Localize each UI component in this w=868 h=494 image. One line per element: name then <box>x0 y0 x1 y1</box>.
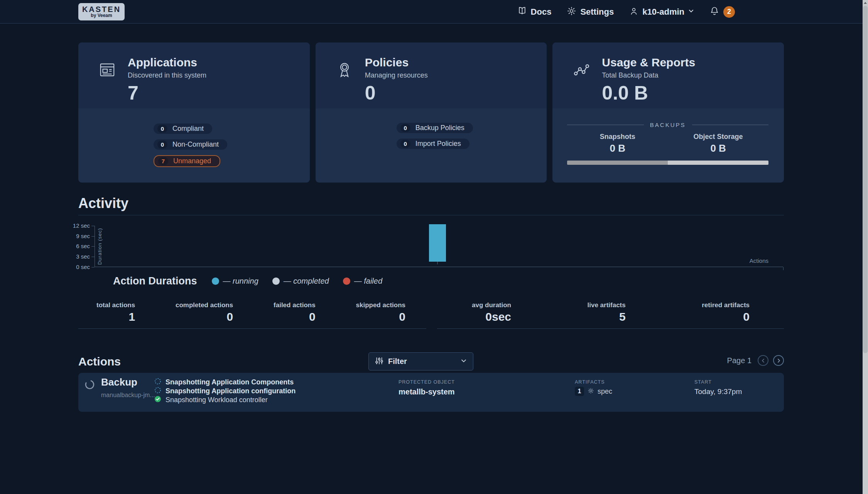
snapshots-metric: Snapshots 0 B <box>567 133 668 154</box>
import-policies-badge[interactable]: 0 Import Policies <box>397 139 469 149</box>
ytick-6: 6 sec <box>68 243 90 250</box>
scatter-chart-icon <box>572 61 590 79</box>
unmanaged-label: Unmanaged <box>173 157 211 165</box>
non-compliant-label: Non-Compliant <box>172 140 219 149</box>
logo-title: KASTEN <box>82 5 121 13</box>
app-window-icon <box>98 61 116 79</box>
object-storage-label: Object Storage <box>668 133 768 141</box>
stat-skipped-actions: skipped actions 0 <box>356 301 405 328</box>
stat-failed-actions: failed actions 0 <box>274 301 316 328</box>
chart-legend: Action Durations — running — completed —… <box>113 275 382 287</box>
ribbon-icon <box>336 61 353 79</box>
legend-running: — running <box>212 277 258 286</box>
nav-user-menu[interactable]: k10-admin <box>629 7 694 17</box>
kasten-logo[interactable]: KASTEN by Veeam <box>78 3 125 20</box>
logo-subtitle: by Veeam <box>91 13 112 18</box>
ytick-9: 9 sec <box>68 233 90 240</box>
backups-section-label: BACKUPS <box>650 122 686 128</box>
chart-plot-area <box>95 226 783 267</box>
action-task-list: Snapshotting Application Components Snap… <box>154 379 296 403</box>
protected-object-column: PROTECTED OBJECT metallb-system <box>399 379 455 396</box>
page-indicator: Page 1 <box>727 356 751 365</box>
usage-subtitle: Total Backup Data <box>602 71 695 80</box>
artifacts-kind: spec <box>598 387 612 396</box>
unmanaged-count: 7 <box>158 157 168 165</box>
stat-completed-actions: completed actions 0 <box>176 301 233 328</box>
start-column: START Today, 9:37pm <box>694 379 742 396</box>
k10-dashboard: KASTEN by Veeam Docs Settings k10-admi <box>0 0 868 494</box>
backup-policies-badge[interactable]: 0 Backup Policies <box>397 123 473 133</box>
ytick-12: 12 sec <box>68 222 90 229</box>
backup-policies-count: 0 <box>400 124 410 132</box>
chart-bar <box>429 224 446 262</box>
compliant-badge[interactable]: 0 Compliant <box>154 124 212 134</box>
artifact-stats-group: avg duration 0sec live artifacts 5 retir… <box>437 301 784 329</box>
stat-avg-duration: avg duration 0sec <box>472 301 511 328</box>
failed-dot-icon <box>343 277 350 285</box>
next-page-button[interactable] <box>773 355 784 366</box>
user-icon <box>629 7 638 17</box>
ytick-3: 3 sec <box>68 253 90 260</box>
task-item: Snapshotting Workload controller <box>154 396 296 403</box>
vertical-scrollbar[interactable] <box>863 0 868 494</box>
legend-failed: — failed <box>343 277 382 286</box>
action-durations-chart: 12 sec 9 sec 6 sec 3 sec 0 sec Duration … <box>78 222 784 272</box>
bell-icon <box>709 6 719 18</box>
nav-docs-label: Docs <box>531 7 552 17</box>
artifacts-column: ARTIFACTS 1 spec <box>575 379 612 396</box>
task-check-icon <box>154 396 161 404</box>
usage-total: 0.0 B <box>602 83 695 103</box>
legend-completed: — completed <box>272 277 329 286</box>
artifacts-count-badge: 1 <box>575 387 584 396</box>
stat-live-artifacts: live artifacts 5 <box>588 301 626 328</box>
action-row-backup[interactable]: Backup manualbackup-jm... Snapshotting A… <box>78 373 784 412</box>
nav-settings-label: Settings <box>580 7 614 17</box>
usage-title: Usage & Reports <box>602 56 695 69</box>
nav-settings[interactable]: Settings <box>567 6 614 17</box>
object-storage-value: 0 B <box>668 142 768 154</box>
applications-title: Applications <box>128 56 206 69</box>
running-spinner-icon <box>84 379 95 391</box>
snapshots-value: 0 B <box>567 142 668 154</box>
non-compliant-count: 0 <box>157 140 167 149</box>
policies-subtitle: Managing resources <box>365 71 428 80</box>
scrollbar-up-arrow[interactable] <box>863 0 868 6</box>
filter-label: Filter <box>388 357 407 366</box>
policies-card: Policies Managing resources 0 0 Backup P… <box>316 42 547 183</box>
policies-count: 0 <box>365 83 428 103</box>
activity-divider <box>78 215 784 215</box>
spec-gear-icon <box>588 387 594 396</box>
nav-user-label: k10-admin <box>642 7 684 17</box>
compliant-label: Compliant <box>172 125 204 133</box>
actions-heading: Actions <box>78 355 121 368</box>
usage-reports-card: Usage & Reports Total Backup Data 0.0 B … <box>552 42 784 183</box>
task-item: Snapshotting Application configuration <box>154 387 296 394</box>
snapshots-label: Snapshots <box>567 133 668 141</box>
applications-count: 7 <box>128 83 206 103</box>
filter-chevron-icon <box>461 358 467 365</box>
protected-object-value: metallb-system <box>399 387 455 396</box>
non-compliant-badge[interactable]: 0 Non-Compliant <box>154 139 227 150</box>
gear-icon <box>567 6 576 17</box>
header-nav: Docs Settings k10-admin <box>517 0 735 24</box>
backup-usage-bar <box>567 161 768 165</box>
completed-dot-icon <box>272 277 280 285</box>
prev-page-button[interactable] <box>758 355 768 366</box>
activity-heading: Activity <box>78 195 128 211</box>
ytick-0: 0 sec <box>68 264 90 271</box>
applications-card: Applications Discovered in this system 7… <box>78 42 310 183</box>
action-stats-group: total actions 1 completed actions 0 fail… <box>78 301 426 329</box>
running-dot-icon <box>212 277 219 285</box>
stat-retired-artifacts: retired artifacts 0 <box>702 301 750 328</box>
pagination: Page 1 <box>727 355 784 366</box>
nav-docs[interactable]: Docs <box>517 6 552 17</box>
applications-subtitle: Discovered in this system <box>128 71 206 80</box>
notification-count-badge: 2 <box>723 6 735 18</box>
compliant-count: 0 <box>157 125 167 133</box>
unmanaged-badge[interactable]: 7 Unmanaged <box>154 155 220 167</box>
chart-bar-xtick <box>437 262 438 264</box>
scrollbar-thumb[interactable] <box>863 6 868 353</box>
nav-notifications[interactable]: 2 <box>709 6 735 18</box>
task-running-spinner-icon <box>154 378 161 386</box>
actions-filter-dropdown[interactable]: Filter <box>368 352 473 370</box>
